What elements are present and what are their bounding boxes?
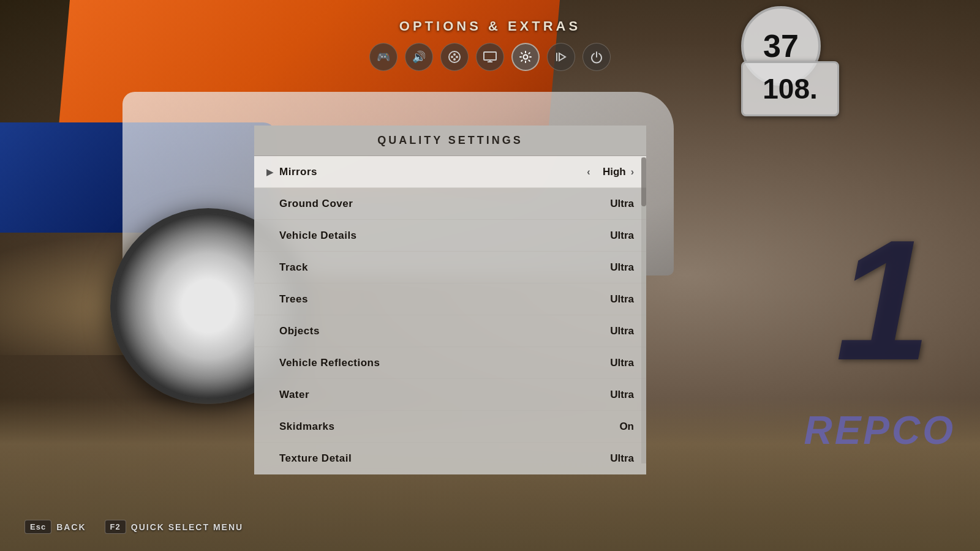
setting-row-vehicle-reflections[interactable]: ▶ Vehicle Reflections Ultra (254, 347, 646, 379)
setting-label-objects: Objects (279, 325, 603, 337)
large-race-number: 1 (835, 214, 931, 386)
svg-point-1 (453, 53, 456, 56)
setting-value-water: Ultra (603, 389, 634, 401)
setting-row-skidmarks[interactable]: ▶ Skidmarks On (254, 411, 646, 443)
svg-point-8 (524, 55, 528, 59)
plate-number-108: 108. (741, 61, 839, 116)
setting-row-track[interactable]: ▶ Track Ultra (254, 252, 646, 283)
setting-label-trees: Trees (279, 293, 603, 305)
bottom-hints: Esc BACK F2 QUICK SELECT MENU (24, 520, 243, 534)
setting-row-ground-cover[interactable]: ▶ Ground Cover Ultra (254, 188, 646, 220)
audio-icon[interactable]: 🔊 (405, 43, 433, 71)
setting-row-water[interactable]: ▶ Water Ultra (254, 379, 646, 411)
back-label: BACK (56, 522, 86, 532)
chevron-right-icon[interactable]: › (631, 167, 634, 178)
svg-point-0 (449, 51, 460, 62)
mirrors-value-container: ‹ High › (587, 166, 634, 178)
setting-label-vehicle-details: Vehicle Details (279, 230, 603, 242)
f2-key: F2 (105, 520, 126, 534)
svg-point-3 (451, 56, 453, 58)
gamepad-icon[interactable]: 🎮 (369, 43, 398, 71)
setting-row-texture-detail[interactable]: ▶ Texture Detail Ultra (254, 443, 646, 474)
setting-value-skidmarks: On (603, 421, 634, 433)
settings-gear-icon[interactable] (511, 43, 540, 71)
setting-row-vehicle-details[interactable]: ▶ Vehicle Details Ultra (254, 220, 646, 252)
setting-label-vehicle-reflections: Vehicle Reflections (279, 357, 603, 369)
svg-point-2 (453, 58, 456, 61)
top-navigation: OPTIONS & EXTRAS 🎮 🔊 (369, 18, 611, 71)
setting-label-mirrors: Mirrors (279, 166, 587, 178)
scroll-thumb[interactable] (641, 157, 646, 206)
setting-value-objects: Ultra (603, 325, 634, 337)
chevron-left-icon[interactable]: ‹ (587, 167, 590, 178)
number-plate-area: 37 108. (704, 0, 827, 98)
power-icon[interactable] (582, 43, 611, 71)
hint-quick-select: F2 QUICK SELECT MENU (105, 520, 244, 534)
row-active-indicator: ▶ (266, 167, 273, 177)
svg-point-4 (456, 56, 458, 58)
setting-label-ground-cover: Ground Cover (279, 198, 603, 210)
svg-marker-9 (559, 53, 565, 61)
display-icon[interactable] (476, 43, 504, 71)
setting-value-mirrors: High (595, 166, 626, 178)
nav-icon-group: 🎮 🔊 (369, 43, 611, 71)
setting-label-water: Water (279, 389, 603, 401)
setting-value-vehicle-reflections: Ultra (603, 357, 634, 369)
esc-key: Esc (24, 520, 51, 534)
setting-value-texture-detail: Ultra (603, 452, 634, 465)
svg-rect-5 (484, 52, 496, 60)
network-icon[interactable] (547, 43, 575, 71)
quick-select-label: QUICK SELECT MENU (131, 522, 243, 532)
setting-row-trees[interactable]: ▶ Trees Ultra (254, 283, 646, 315)
setting-label-texture-detail: Texture Detail (279, 452, 603, 465)
setting-value-track: Ultra (603, 261, 634, 274)
sponsor-text: REPCO (804, 408, 956, 453)
setting-row-objects[interactable]: ▶ Objects Ultra (254, 315, 646, 347)
setting-label-track: Track (279, 261, 603, 274)
controls-icon[interactable] (440, 43, 469, 71)
scroll-bar[interactable] (641, 157, 646, 463)
setting-label-skidmarks: Skidmarks (279, 421, 603, 433)
nav-title: OPTIONS & EXTRAS (399, 18, 581, 34)
panel-title: QUALITY SETTINGS (254, 126, 646, 156)
setting-value-ground-cover: Ultra (603, 198, 634, 210)
settings-list: ▶ Mirrors ‹ High › ▶ Ground Cover Ultra … (254, 156, 646, 474)
setting-row-mirrors[interactable]: ▶ Mirrors ‹ High › (254, 156, 646, 188)
setting-value-trees: Ultra (603, 293, 634, 305)
setting-value-vehicle-details: Ultra (603, 230, 634, 242)
hint-back: Esc BACK (24, 520, 86, 534)
settings-panel: QUALITY SETTINGS ▶ Mirrors ‹ High › ▶ Gr… (254, 126, 646, 474)
